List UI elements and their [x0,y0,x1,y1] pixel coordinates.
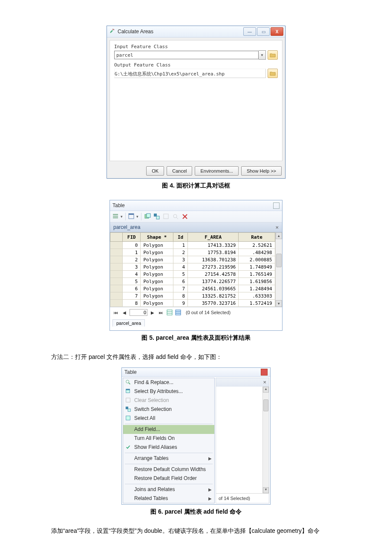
row-selector[interactable] [110,249,123,256]
ok-button[interactable]: OK [146,166,164,176]
menu-item-label: Related Tables [134,495,206,501]
svg-rect-1 [113,214,118,215]
column-header[interactable]: FID [123,233,141,242]
headless-button[interactable] [273,202,280,209]
next-record-button[interactable]: ▶ [149,309,156,316]
options-menu: Find & Replace...Select By Attributes...… [123,378,215,503]
last-record-button[interactable]: ⏭ [158,309,164,316]
row-selector[interactable] [110,263,123,271]
table-row[interactable]: 2Polygon313638.7012382.000885 [110,256,275,263]
row-selector[interactable] [110,278,123,285]
blank-icon [125,475,132,482]
environments-button[interactable]: Environments... [195,166,238,176]
cell: 2 [123,256,141,263]
list-icon[interactable] [112,213,119,220]
menu-item[interactable]: Select By Attributes... [123,387,214,396]
show-all-icon[interactable] [166,309,173,316]
menu-item[interactable]: Turn All Fields On [123,434,214,443]
cell: 2 [173,249,188,256]
column-header[interactable]: Rate [239,233,275,242]
close-button[interactable] [261,369,268,376]
menu-item[interactable]: Switch Selection [123,405,214,414]
menu-item-label: Switch Selection [134,406,212,412]
table-row[interactable]: 6Polygon724561.0396651.248494 [110,285,275,292]
table-row[interactable]: 1Polygon217753.8194.484298 [110,249,275,256]
table-row[interactable]: 3Polygon427273.2195961.748949 [110,263,275,271]
menu-item[interactable]: Show Field Aliases [123,443,214,452]
blank-icon [125,455,132,462]
row-selector[interactable] [110,300,123,307]
table-row[interactable]: 5Polygon613774.2265771.619856 [110,278,275,285]
menu-item[interactable]: Joins and Relates▶ [123,485,214,494]
table-options-icon[interactable] [128,213,135,220]
cell: 13325.821752 [188,292,239,300]
scroll-thumb[interactable] [276,254,282,267]
menu-item-label: Turn All Fields On [134,435,212,441]
figure4-caption: 图 4. 面积计算工具对话框 [0,182,392,190]
figure5-caption: 图 5. parcel_area 属性表及面积计算结果 [0,334,392,342]
show-selected-icon[interactable] [175,309,182,316]
scroll-thumb[interactable] [263,399,268,411]
clear-selection-icon [163,213,170,220]
selection-status: of 14 Selected) [216,493,269,503]
switch-selection-icon[interactable] [153,213,160,220]
table-row[interactable]: 7Polygon813325.821752.633303 [110,292,275,300]
vertical-scrollbar[interactable]: ▲ ▼ [275,232,282,307]
close-tab-icon[interactable]: × [275,224,279,231]
column-header[interactable]: Id [173,233,188,242]
maximize-button[interactable]: ▭ [257,27,270,36]
menu-item[interactable]: Restore Default Column Widths [123,465,214,474]
table-tab[interactable]: parcel_area [112,319,145,327]
input-feature-field[interactable]: parcel [114,51,259,59]
input-dropdown[interactable]: ▼ [259,50,266,60]
cell: 2.000885 [239,256,275,263]
output-browse-button[interactable] [268,69,278,78]
menu-item-label: Select By Attributes... [134,388,212,394]
row-selector[interactable] [110,271,123,278]
cell: 5 [123,278,141,285]
table-row[interactable]: 0Polygon117413.33292.52621 [110,242,275,249]
menu-item[interactable]: Find & Replace... [123,378,214,387]
cell: 5 [173,271,188,278]
first-record-button[interactable]: ⏮ [112,309,119,316]
svg-rect-28 [126,416,130,420]
table-titlebar: Table [110,200,282,211]
show-help-button[interactable]: Show Help >> [241,166,282,176]
record-index-input[interactable] [130,309,147,316]
input-browse-button[interactable] [268,50,278,60]
scroll-up-icon[interactable]: ▲ [263,387,269,393]
row-selector[interactable] [110,242,123,249]
blank-icon [125,486,132,493]
row-selector[interactable] [110,256,123,263]
attribute-grid[interactable]: FIDShape *IdF_AREARate 0Polygon117413.33… [110,232,275,307]
menu-item[interactable]: Restore Default Field Order [123,474,214,483]
check-icon [125,444,132,451]
svg-rect-0 [112,29,115,30]
close-button[interactable]: X [271,27,283,36]
close-pane-icon[interactable]: × [263,379,266,385]
menu-item[interactable]: Related Tables▶ [123,494,214,503]
column-header[interactable]: Shape * [141,233,173,242]
menu-item[interactable]: Arrange Tables▶ [123,454,214,463]
prev-record-button[interactable]: ◀ [121,309,128,316]
table-row[interactable]: 8Polygon935770.3237161.572419 [110,300,275,307]
column-header[interactable]: F_AREA [188,233,239,242]
menu-item-label: Joins and Relates [134,486,206,492]
menu-item[interactable]: Add Field... [123,425,214,434]
cancel-button[interactable]: Cancel [167,166,192,176]
minimize-button[interactable]: — [243,27,256,36]
row-selector[interactable] [110,285,123,292]
add-selection-icon[interactable] [144,213,151,220]
row-selector[interactable] [110,292,123,300]
blank-icon [125,495,132,502]
input-label: Input Feature Class [114,44,278,49]
delete-icon[interactable] [182,213,188,220]
scroll-down-icon[interactable]: ▼ [276,300,282,307]
vertical-scrollbar[interactable]: ▲ ▼ [262,387,269,493]
scroll-down-icon[interactable]: ▼ [263,487,269,493]
output-feature-field[interactable]: G:\土地信息系统\Chp13\ex5\parcel_area.shp [114,69,266,78]
table-row[interactable]: 4Polygon527154.425781.765149 [110,271,275,278]
scroll-up-icon[interactable]: ▲ [276,232,282,239]
cell: 7 [123,292,141,300]
menu-item[interactable]: Select All [123,414,214,423]
